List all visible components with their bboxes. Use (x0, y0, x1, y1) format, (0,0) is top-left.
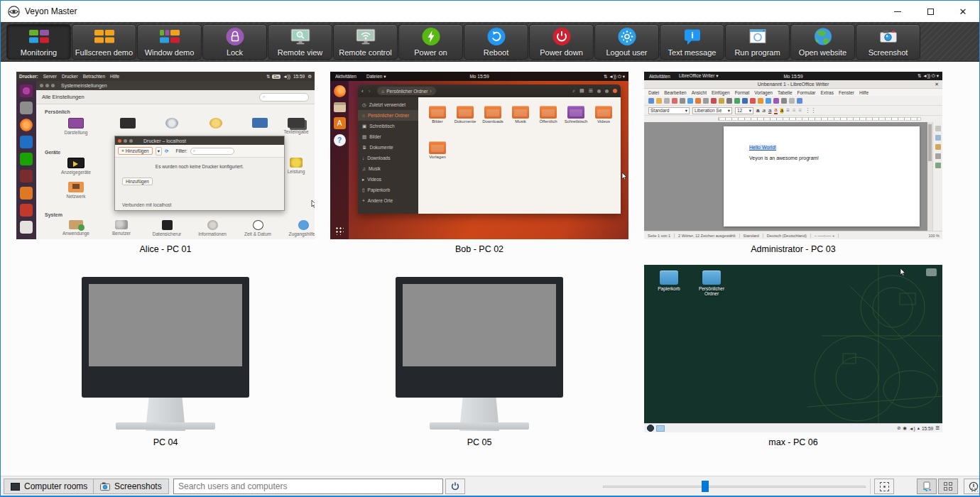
files-headerbar: ‹ › ⌂ Persönlicher Ordner › ⌕ ▤ ☰ (358, 84, 621, 97)
settings-item: Zugangshilfen (283, 220, 315, 236)
zoom-slider-mini: − ──○── + (811, 234, 839, 238)
computer-thumbnail-pc06: Papierkorb Persönlicher Ordner ⊘ ◉ ◄) ▴ (644, 265, 942, 432)
toolbar-button-power-on[interactable]: Power on (398, 24, 463, 60)
status-tray-icons: ⇅ ◄)) ⏻ ▾ (604, 74, 625, 80)
settings-window: Systemeinstellungen Alle Einstellungen ⌕… (36, 81, 315, 239)
screenshots-label: Screenshots (114, 481, 162, 491)
firefox-icon (334, 85, 346, 97)
remote-toolbar-icon (726, 98, 732, 104)
toolbar-button-screenshot[interactable]: Screenshot (856, 24, 920, 60)
folder-item: Musik (507, 106, 534, 124)
network-icon: ⇅ (266, 74, 270, 80)
computer-item-pc03[interactable]: Aktivitäten LibreOffice Writer ▾ Mo 15:5… (644, 72, 942, 254)
unity-launcher (16, 81, 36, 239)
custom-arrangement-button[interactable] (917, 479, 937, 494)
computer-label-pc05: PC 05 (330, 437, 628, 447)
gnome-dock: A ? (330, 81, 349, 239)
computer-monitoring-grid: Drucker: Server Drucker Betrachten Hilfe… (1, 62, 979, 476)
home-icon: ⌂ (381, 89, 384, 94)
status-segment: 2 Wörter, 12 Zeichen ausgewählt (675, 234, 739, 238)
auto-fit-icon (880, 482, 889, 491)
folder-icon (595, 106, 612, 119)
remote-view-icon (290, 26, 311, 48)
folder-item: Schreibtisch (562, 106, 589, 124)
window-button-icon (51, 84, 55, 87)
folder-item: Vorlagen (424, 141, 451, 160)
computer-thumbnail-pc03: Aktivitäten LibreOffice Writer ▾ Mo 15:5… (644, 72, 942, 239)
settings-item-label: Darstellung (65, 130, 88, 135)
toolbar-button-monitoring[interactable]: Monitoring (6, 24, 71, 60)
toolbar-button-reboot[interactable]: Reboot (464, 24, 528, 60)
resize-grip[interactable] (971, 487, 978, 494)
status-segment: Seite 1 von 1 (644, 234, 675, 238)
toolbar-button-text-message[interactable]: i Text message (660, 24, 724, 60)
toolbar-button-open-website[interactable]: Open website (790, 24, 855, 60)
power-filter-button[interactable] (445, 479, 465, 494)
grid-layout-button[interactable] (938, 479, 958, 494)
toolbar-button-remote-control[interactable]: Remote control (333, 24, 398, 60)
remote-topbar: Aktivitäten LibreOffice Writer ▾ Mo 15:5… (644, 72, 942, 80)
sidebar-item: ♫Musik (358, 163, 418, 174)
window-button-icon (129, 139, 133, 143)
computer-item-pc05[interactable]: PC 05 (330, 265, 628, 447)
window-title: Veyon Master (25, 6, 77, 16)
computer-item-pc01[interactable]: Drucker: Server Drucker Betrachten Hilfe… (16, 72, 315, 254)
app-icon (20, 187, 33, 200)
printer-dialog: Drucker – localhost +Hinzufügen ▾ ⟳ Filt… (114, 136, 285, 211)
computer-item-pc06[interactable]: Papierkorb Persönlicher Ordner ⊘ ◉ ◄) ▴ (644, 265, 942, 447)
settings-titlebar: Systemeinstellungen (36, 81, 315, 90)
files-content: Bilder Dokumente Downloads Musik Öffentl… (418, 97, 621, 214)
toolbar-button-fullscreen-demo[interactable]: Fullscreen demo (72, 24, 136, 60)
remote-toolbar-icon (758, 98, 763, 104)
folder-icon (484, 106, 501, 119)
search-input[interactable] (173, 479, 443, 494)
remote-toolbar-icon (656, 98, 662, 104)
settings-item: Netzwerk (56, 182, 96, 199)
toolbar-button-remote-view[interactable]: Remote view (268, 24, 332, 60)
toolbar-button-window-demo[interactable]: Window demo (137, 24, 202, 60)
settings-toolbar-title: Alle Einstellungen (42, 94, 85, 100)
folder-item: Dokumente (452, 106, 479, 124)
window-button-icon (597, 89, 601, 93)
menu-icon: ☰ (589, 88, 593, 94)
remote-menubar: Drucker: Server Drucker Betrachten Hilfe… (16, 72, 315, 81)
folder-icon (457, 106, 474, 119)
screenshots-button[interactable]: Screenshots (93, 479, 169, 494)
thumbnail-size-slider-handle[interactable] (702, 481, 709, 492)
minimize-button[interactable] (881, 1, 914, 22)
computer-rooms-button[interactable]: Computer rooms (4, 479, 94, 494)
thumbnail-size-slider[interactable] (603, 481, 866, 492)
computer-item-pc04[interactable]: PC 04 (16, 265, 315, 447)
add-printer-button: +Hinzufügen (118, 147, 153, 155)
toolbar-button-lock[interactable]: Lock (202, 24, 267, 60)
power-on-icon (420, 26, 442, 48)
computer-label-pc03: Administrator - PC 03 (644, 244, 942, 254)
volume-icon: ◄)) (283, 74, 290, 79)
computer-item-pc02[interactable]: Aktivitäten Dateien ▾ Mo 15:59 ⇅ ◄)) ⏻ ▾… (330, 72, 628, 254)
toolbar-button-logout-user[interactable]: Logout user (594, 24, 659, 60)
close-button[interactable]: ✕ (947, 1, 979, 22)
app-icon (20, 119, 33, 131)
toolbar-button-power-down[interactable]: Power down (529, 24, 594, 60)
printer-dialog-titlebar: Drucker – localhost (115, 136, 284, 145)
text-entry-icon (288, 118, 305, 128)
vertical-scrollbar (927, 122, 932, 231)
home-folder-icon (702, 271, 721, 285)
folder-item: Bilder (424, 106, 451, 124)
backup-icon (162, 220, 173, 230)
reboot-icon (486, 26, 507, 48)
users-icon (115, 220, 128, 229)
help-icon: ? (334, 134, 346, 146)
auto-fit-button[interactable] (874, 479, 894, 494)
activities-button: Aktivitäten (335, 74, 356, 79)
computer-label-pc02: Bob - PC 02 (330, 244, 628, 254)
align-center-icon: ≡ (793, 107, 796, 114)
settings-item-label: Leistung (288, 169, 305, 174)
app-launcher-icon (647, 425, 654, 432)
toolbar-button-run-program[interactable]: Run program (725, 24, 790, 60)
zoom-level: 100 % (925, 234, 942, 238)
folder-item: Videos (590, 106, 617, 124)
writer-sidebar (932, 122, 942, 231)
videos-icon: ▸ (362, 177, 364, 182)
maximize-button[interactable] (914, 1, 947, 22)
